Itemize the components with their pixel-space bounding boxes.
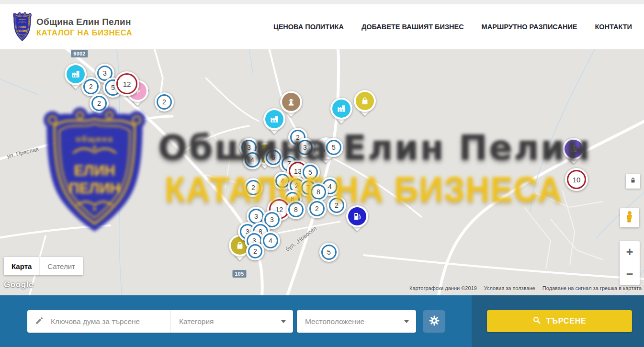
cluster-count: 8 xyxy=(316,188,320,196)
search-button-label: ТЪРСЕНЕ xyxy=(546,317,586,325)
site-subtitle: КАТАЛОГ НА БИЗНЕСА xyxy=(36,28,132,37)
cluster-count: 2 xyxy=(335,201,339,209)
keyword-input[interactable] xyxy=(50,317,162,326)
search-bar: ТЪРСЕНЕ Категория Местоположение xyxy=(0,295,644,347)
cluster-marker[interactable]: 3 xyxy=(295,138,315,157)
factory-pin[interactable] xyxy=(330,98,352,120)
church-pin[interactable] xyxy=(563,138,585,160)
lock-icon xyxy=(630,177,636,186)
svg-text:община: община xyxy=(19,19,26,21)
nav-item-3[interactable]: КОНТАКТИ xyxy=(595,23,632,31)
cluster-count: 2 xyxy=(253,247,257,255)
cluster-marker[interactable]: 2 xyxy=(327,196,346,215)
road-badge: 105 xyxy=(232,270,246,278)
cluster-count: 2 xyxy=(251,184,255,191)
cluster-count: 10 xyxy=(573,176,581,184)
nav-item-2[interactable]: МАРШРУТНО РАЗПИСАНИЕ xyxy=(482,23,577,31)
keyword-field[interactable] xyxy=(27,310,170,333)
cluster-marker[interactable]: 2 xyxy=(155,92,174,112)
search-icon xyxy=(532,316,541,326)
search-bar-right-panel: ТЪРСЕНЕ xyxy=(472,295,644,347)
cluster-marker[interactable]: 2 xyxy=(244,178,263,197)
fuel-icon xyxy=(348,207,366,225)
cluster-count: 4 xyxy=(328,183,332,190)
zoom-in-button[interactable]: + xyxy=(620,241,640,263)
category-select[interactable]: Категория xyxy=(170,310,293,333)
fuel-pin[interactable] xyxy=(346,205,368,227)
municipality-crest-icon: община ЕЛИН ПЕЛИН xyxy=(12,11,32,42)
road-badge: 6002 xyxy=(71,50,88,57)
cluster-count: 5 xyxy=(308,168,312,176)
site-logo[interactable]: община ЕЛИН ПЕЛИН Община Елин Пелин КАТА… xyxy=(12,11,132,42)
cluster-count: 8 xyxy=(294,206,298,213)
location-select[interactable]: Местоположение xyxy=(297,310,416,333)
cluster-count: 5 xyxy=(327,248,331,256)
church-icon xyxy=(565,140,583,158)
cluster-count: 2 xyxy=(315,205,319,213)
cluster-marker[interactable]: 12 xyxy=(114,71,139,96)
nav-item-1[interactable]: ДОБАВЕТЕ ВАШИЯТ БИЗНЕС xyxy=(362,23,464,31)
factory-icon xyxy=(265,110,283,128)
cluster-count: 3 xyxy=(103,69,107,77)
cluster-count: 3 xyxy=(303,144,307,151)
map-attribution: Картографски данни ©2019Условия за ползв… xyxy=(409,285,642,291)
search-button[interactable]: ТЪРСЕНЕ xyxy=(487,310,632,332)
cluster-marker[interactable]: 8 xyxy=(286,200,305,219)
google-logo[interactable]: Google xyxy=(4,280,34,290)
chevron-down-icon xyxy=(404,320,409,323)
bag-icon xyxy=(356,92,374,110)
chevron-down-icon xyxy=(281,320,286,323)
cluster-count: 2 xyxy=(162,98,166,106)
cluster-marker[interactable]: 5 xyxy=(324,138,343,157)
attribution-link[interactable]: Условия за ползване xyxy=(484,285,535,291)
factory-pin[interactable] xyxy=(65,63,87,85)
cluster-marker[interactable]: 2 xyxy=(90,94,109,113)
category-select-value: Категория xyxy=(179,317,214,326)
pegman-icon xyxy=(623,211,636,225)
street-view-pegman-button[interactable] xyxy=(620,208,639,227)
factory-icon xyxy=(332,100,350,118)
cluster-count: 6 xyxy=(271,154,275,161)
factory-pin[interactable] xyxy=(263,108,285,130)
cluster-count: 4 xyxy=(250,156,254,164)
cluster-marker[interactable]: 2 xyxy=(307,199,327,218)
site-title: Община Елин Пелин xyxy=(36,17,132,27)
cluster-marker[interactable]: 10 xyxy=(565,168,588,191)
cluster-count: 5 xyxy=(332,144,336,151)
svg-text:ПЕЛИН: ПЕЛИН xyxy=(18,29,27,33)
cluster-count: 3 xyxy=(270,216,274,224)
zoom-out-button[interactable]: − xyxy=(620,263,640,285)
page-top-strip xyxy=(0,0,644,4)
cluster-marker[interactable]: 2 xyxy=(246,242,264,260)
bag-pin[interactable] xyxy=(354,90,376,112)
nav-item-0[interactable]: ЦЕНОВА ПОЛИТИКА xyxy=(273,23,344,31)
svg-text:ЕЛИН: ЕЛИН xyxy=(19,25,26,29)
cluster-count: 2 xyxy=(295,182,299,190)
cluster-marker[interactable]: 4 xyxy=(243,150,262,169)
cluster-count: 2 xyxy=(97,100,101,107)
map-type-map-button[interactable]: Карта xyxy=(4,257,39,275)
site-header: община ЕЛИН ПЕЛИН Община Елин Пелин КАТА… xyxy=(0,4,644,49)
main-nav: ЦЕНОВА ПОЛИТИКАДОБАВЕТЕ ВАШИЯТ БИЗНЕСМАР… xyxy=(273,23,632,31)
cluster-marker[interactable]: 5 xyxy=(319,243,339,262)
map-zoom-control: + − xyxy=(620,241,640,285)
cluster-count: 12 xyxy=(123,80,131,88)
cluster-marker[interactable]: 4 xyxy=(261,231,280,250)
map-canvas[interactable]: ул. Преславбул. „Новоселции" 6002105 325… xyxy=(0,49,644,295)
pencil-icon xyxy=(35,316,44,327)
location-select-value: Местоположение xyxy=(305,317,364,326)
attribution-text: Картографски данни ©2019 xyxy=(409,285,477,291)
cluster-count: 4 xyxy=(281,177,284,185)
advanced-search-button[interactable] xyxy=(423,310,445,333)
search-fields: Категория Местоположение xyxy=(27,310,445,333)
cluster-count: 3 xyxy=(254,213,258,220)
cluster-count: 4 xyxy=(269,237,272,245)
map-lock-button[interactable] xyxy=(626,174,640,189)
attribution-link[interactable]: Подаване на сигнал за грешка в картата xyxy=(542,285,642,291)
map-type-control: Карта Сателит xyxy=(4,257,83,275)
cluster-marker[interactable]: 8 xyxy=(309,182,328,201)
gear-icon xyxy=(429,315,440,328)
cluster-count: 2 xyxy=(89,83,93,90)
factory-icon xyxy=(67,65,85,83)
map-type-satellite-button[interactable]: Сателит xyxy=(39,257,83,275)
